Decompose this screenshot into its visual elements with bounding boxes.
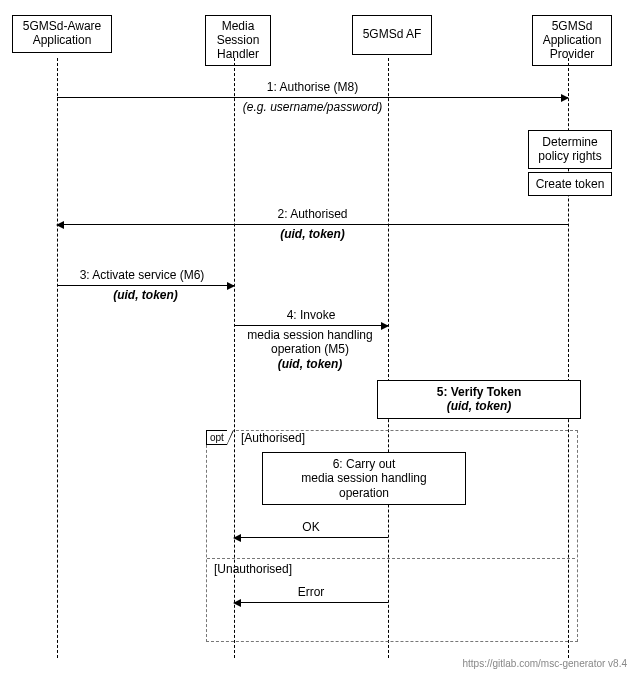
fragment-separator	[207, 558, 575, 559]
msg3-note: (uid, token)	[57, 288, 234, 302]
msg-note-text: (uid, token)	[278, 357, 343, 371]
opt-tag: opt	[206, 430, 227, 445]
msg-text: 4: Invoke	[287, 308, 336, 322]
box-create-token: Create token	[528, 172, 612, 196]
msg1-note: (e.g. username/password)	[57, 100, 568, 114]
box-text: media session handling	[301, 471, 426, 485]
msg1-label: 1: Authorise (M8)	[57, 80, 568, 94]
ok-arrow	[234, 537, 388, 538]
msg4-arrow	[234, 325, 388, 326]
box-carry-out: 6: Carry out media session handling oper…	[262, 452, 466, 505]
msg-text: Error	[298, 585, 325, 599]
err-label: Error	[234, 585, 388, 599]
participant-label: 5GMSd Application Provider	[543, 19, 602, 61]
guard-text: [Authorised]	[241, 431, 305, 445]
opt-tag-text: opt	[210, 432, 224, 443]
msg-text: 3: Activate service (M6)	[80, 268, 205, 282]
msg2-label: 2: Authorised	[57, 207, 568, 221]
msg-text: 1: Authorise (M8)	[267, 80, 358, 94]
msg2-arrow	[57, 224, 568, 225]
msg-text: 2: Authorised	[277, 207, 347, 221]
msg-text: operation (M5)	[271, 342, 349, 356]
participant-label: 5GMSd-Aware Application	[23, 19, 101, 47]
box-text: 6: Carry out	[333, 457, 396, 471]
footer-credit: https://gitlab.com/msc-generator v8.4	[462, 658, 627, 669]
msg3-label: 3: Activate service (M6)	[50, 268, 234, 282]
msg4-sub: media session handling operation (M5) (u…	[220, 328, 400, 371]
lifeline-app	[57, 58, 58, 658]
msg3-arrow	[57, 285, 234, 286]
msg-note-text: (uid, token)	[280, 227, 345, 241]
msg-text: media session handling	[247, 328, 372, 342]
msg1-arrow	[57, 97, 568, 98]
participant-msh: Media Session Handler	[205, 15, 271, 66]
box-text: operation	[339, 486, 389, 500]
sequence-diagram: 5GMSd-Aware Application Media Session Ha…	[10, 10, 629, 671]
participant-label: 5GMSd AF	[363, 27, 422, 41]
ok-label: OK	[234, 520, 388, 534]
participant-label: Media Session Handler	[217, 19, 260, 61]
guard-authorised: [Authorised]	[241, 431, 305, 445]
box-determine-policy: Determine policy rights	[528, 130, 612, 169]
msg4-label: 4: Invoke	[234, 308, 388, 322]
msg-text: OK	[302, 520, 319, 534]
msg2-note: (uid, token)	[57, 227, 568, 241]
participant-app: 5GMSd-Aware Application	[12, 15, 112, 53]
msg-note-text: (e.g. username/password)	[243, 100, 382, 114]
participant-provider: 5GMSd Application Provider	[532, 15, 612, 66]
msg-note-text: (uid, token)	[113, 288, 178, 302]
box-text: Determine policy rights	[538, 135, 601, 163]
box-text: Create token	[536, 177, 605, 191]
box-verify-token: 5: Verify Token (uid, token)	[377, 380, 581, 419]
guard-unauthorised: [Unauthorised]	[214, 562, 292, 576]
guard-text: [Unauthorised]	[214, 562, 292, 576]
participant-af: 5GMSd AF	[352, 15, 432, 55]
err-arrow	[234, 602, 388, 603]
box-text: 5: Verify Token	[437, 385, 521, 399]
box-note: (uid, token)	[447, 399, 512, 413]
footer-text: https://gitlab.com/msc-generator v8.4	[462, 658, 627, 669]
